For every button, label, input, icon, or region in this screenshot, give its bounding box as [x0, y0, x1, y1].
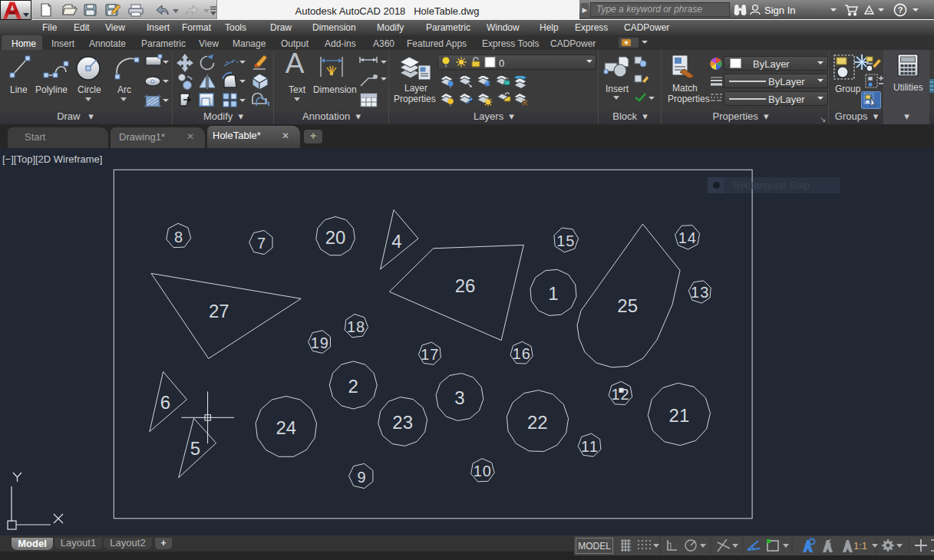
svg-text:6: 6 — [160, 392, 170, 413]
svg-text:4: 4 — [391, 231, 401, 252]
svg-text:27: 27 — [209, 301, 229, 321]
svg-text:23: 23 — [392, 412, 413, 433]
svg-text:22: 22 — [527, 412, 548, 433]
svg-text:8: 8 — [174, 229, 183, 245]
svg-text:26: 26 — [455, 275, 476, 296]
svg-text:15: 15 — [556, 232, 575, 249]
svg-text:5: 5 — [190, 438, 200, 459]
svg-text:19: 19 — [311, 334, 329, 351]
svg-text:24: 24 — [276, 417, 296, 438]
svg-text:13: 13 — [691, 284, 709, 301]
svg-text:7: 7 — [257, 235, 266, 252]
svg-text:12: 12 — [611, 386, 629, 403]
svg-text:25: 25 — [617, 295, 638, 316]
svg-text:1:1: 1:1 — [853, 540, 867, 552]
svg-text:11: 11 — [581, 438, 599, 455]
svg-text:2: 2 — [348, 376, 358, 397]
svg-text:17: 17 — [421, 346, 439, 363]
svg-text:16: 16 — [513, 345, 531, 362]
svg-text:3: 3 — [454, 387, 464, 408]
svg-text:1: 1 — [548, 283, 558, 304]
svg-text:10: 10 — [474, 463, 492, 479]
svg-text:20: 20 — [325, 227, 346, 248]
svg-text:21: 21 — [669, 405, 690, 426]
svg-text:18: 18 — [347, 318, 365, 335]
svg-text:14: 14 — [678, 229, 697, 246]
svg-text:9: 9 — [357, 469, 365, 486]
